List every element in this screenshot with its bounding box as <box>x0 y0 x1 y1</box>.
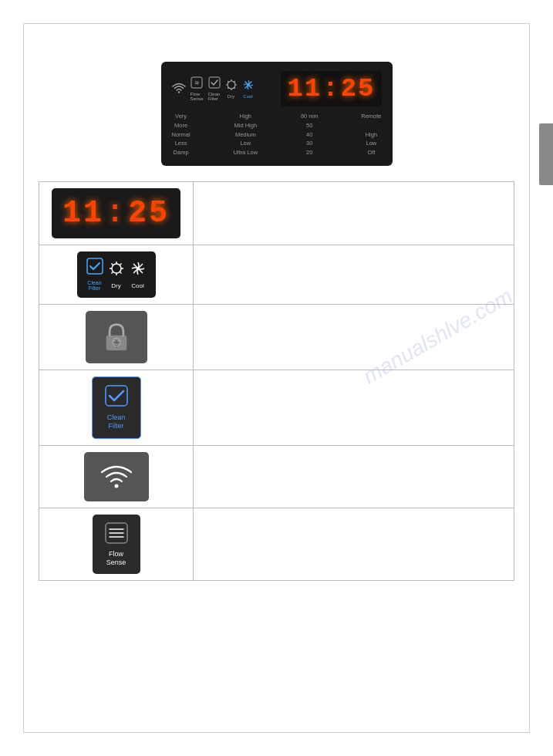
svg-line-21 <box>120 272 121 273</box>
svg-point-24 <box>137 267 140 270</box>
clean-filter-description-cell <box>194 370 514 446</box>
feature-table: 11 : 25 <box>39 181 514 582</box>
flowsense-description-cell <box>194 508 514 581</box>
table-row: 11 : 25 <box>39 181 514 245</box>
table-clock: 11 : 25 <box>52 188 180 238</box>
svg-point-0 <box>177 91 179 93</box>
lock-box <box>86 311 147 363</box>
display-panel: ≋ FlowSense CleanFilter <box>161 62 393 166</box>
lock-description-cell <box>194 305 514 370</box>
flowsense-icon <box>105 522 128 548</box>
cleanfilter-panel-icon: CleanFilter <box>208 76 221 101</box>
flowsense-label: FlowSense <box>106 550 126 567</box>
cool-label: Cool <box>243 94 252 99</box>
svg-line-11 <box>234 81 234 82</box>
wifi-indicator-cell <box>39 445 194 508</box>
wifi-box <box>84 452 149 501</box>
svg-line-12 <box>228 88 228 89</box>
svg-point-13 <box>247 84 249 86</box>
panel-clock: 11 : 25 <box>281 71 381 106</box>
panel-top-row: ≋ FlowSense CleanFilter <box>172 71 382 106</box>
main-content: ≋ FlowSense CleanFilter <box>39 39 514 581</box>
table-row: CleanFilter <box>39 245 514 304</box>
svg-line-10 <box>234 88 234 89</box>
svg-text:≋: ≋ <box>194 79 200 86</box>
page-border-right <box>529 23 530 733</box>
flowsense-indicator-cell: FlowSense <box>39 508 194 581</box>
dry-panel-icon: Dry <box>225 79 238 99</box>
lock-icon <box>101 322 132 353</box>
icons-description-cell <box>194 245 514 304</box>
cool-table-label: Cool <box>131 282 143 289</box>
svg-rect-3 <box>209 77 220 88</box>
svg-line-22 <box>120 263 121 265</box>
svg-point-15 <box>112 264 121 273</box>
table-icons: CleanFilter <box>77 251 156 298</box>
timer-col: 60 min 50 40 30 20 <box>301 113 319 157</box>
page-border-top <box>23 23 530 24</box>
svg-line-20 <box>111 263 113 265</box>
clean-filter-indicator-cell: CleanFilter <box>39 370 194 446</box>
svg-line-23 <box>111 272 113 273</box>
cool-table-icon: Cool <box>130 260 147 289</box>
wifi-icon <box>172 83 186 96</box>
dry-table-label: Dry <box>111 282 120 289</box>
svg-line-9 <box>228 81 228 82</box>
clean-filter-icon <box>105 385 128 411</box>
table-row: FlowSense <box>39 508 514 581</box>
dry-table-icon: Dry <box>108 260 125 289</box>
table-row <box>39 445 514 508</box>
table-row: CleanFilter <box>39 370 514 446</box>
wifi-description-cell <box>194 445 514 508</box>
svg-point-32 <box>114 484 118 488</box>
clock-indicator-cell: 11 : 25 <box>39 181 194 245</box>
wifi-icon <box>99 463 133 491</box>
lock-indicator-cell <box>39 305 194 370</box>
clean-filter-table-label: CleanFilter <box>87 280 101 292</box>
panel-icons-row: ≋ FlowSense CleanFilter <box>172 76 255 101</box>
humidity-col: Very More Normal Less Damp <box>172 113 191 157</box>
right-col: Remote High Low Off <box>361 113 381 157</box>
svg-point-30 <box>117 340 119 342</box>
svg-point-29 <box>113 340 115 342</box>
clock-description-cell <box>194 181 514 245</box>
panel-labels: Very More Normal Less Damp High Mid High… <box>172 113 382 157</box>
flowsense-panel-icon: ≋ FlowSense <box>191 76 204 101</box>
icons-indicator-cell: CleanFilter <box>39 245 194 304</box>
clean-filter-table-icon: CleanFilter <box>86 258 103 292</box>
table-row <box>39 305 514 370</box>
side-tab <box>539 123 553 185</box>
clean-filter-box-label: CleanFilter <box>107 413 126 430</box>
cool-panel-icon: Cool <box>242 79 255 99</box>
flowsense-box: FlowSense <box>93 515 140 575</box>
page-border-bottom <box>23 732 530 733</box>
page-border-left <box>23 23 24 733</box>
clean-filter-box: CleanFilter <box>92 376 141 439</box>
fanspeed-col: High Mid High Medium Low Ultra Low <box>233 113 258 157</box>
